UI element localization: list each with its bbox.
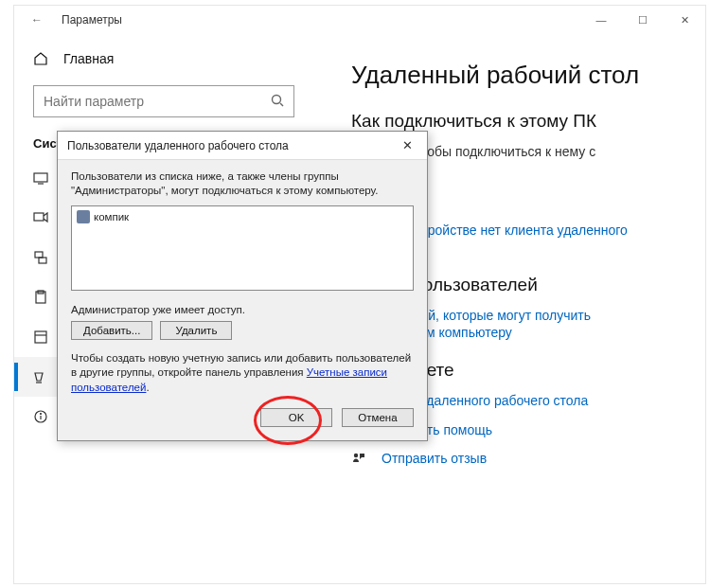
user-icon (77, 210, 90, 223)
dialog-close-button[interactable]: ✕ (395, 136, 419, 155)
user-listbox[interactable]: компик (71, 205, 414, 291)
list-item[interactable]: компик (75, 209, 410, 224)
create-account-note: Чтобы создать новую учетную запись или д… (71, 351, 414, 396)
dialog-titlebar: Пользователи удаленного рабочего стола ✕ (58, 132, 427, 160)
dialog-overlay: Пользователи удаленного рабочего стола ✕… (0, 0, 710, 588)
admin-note: Администратор уже имеет доступ. (71, 304, 414, 315)
add-button[interactable]: Добавить... (71, 321, 152, 340)
dialog-description: Пользователи из списка ниже, а также чле… (71, 169, 414, 198)
user-name: компик (94, 211, 129, 223)
remote-users-dialog: Пользователи удаленного рабочего стола ✕… (57, 131, 428, 441)
dialog-body: Пользователи из списка ниже, а также чле… (58, 160, 427, 408)
ok-button[interactable]: OK (260, 408, 332, 427)
cancel-button[interactable]: Отмена (342, 408, 414, 427)
dialog-footer: OK Отмена (58, 408, 427, 440)
dialog-title: Пользователи удаленного рабочего стола (67, 139, 289, 152)
remove-button[interactable]: Удалить (160, 321, 232, 340)
